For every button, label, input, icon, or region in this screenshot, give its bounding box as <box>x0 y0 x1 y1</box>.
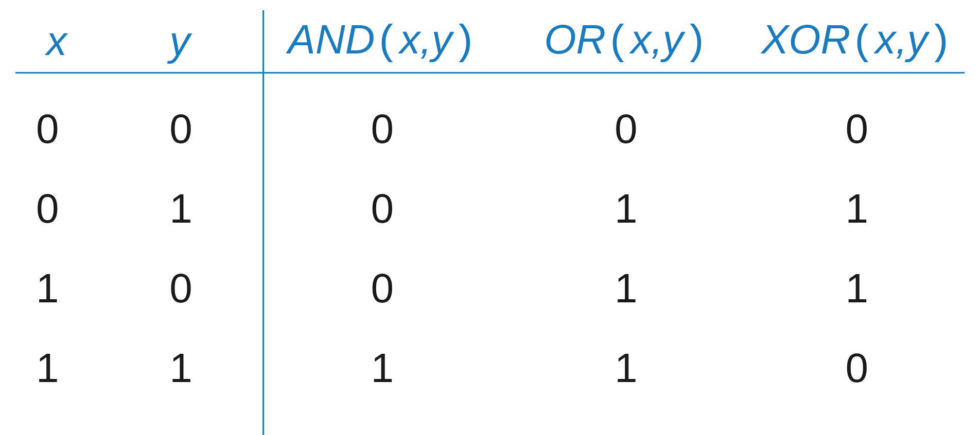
cell-and: 0 <box>262 188 503 229</box>
table-row: 1 1 1 1 0 <box>15 323 965 403</box>
table-row: 0 0 0 0 0 <box>15 84 965 164</box>
open-paren-icon: ( <box>375 19 399 66</box>
cell-y: 0 <box>149 268 261 309</box>
cell-y: 1 <box>149 348 261 389</box>
cell-and: 0 <box>262 108 503 150</box>
cell-x: 1 <box>15 348 149 389</box>
header-and: AND(x,y) <box>262 19 503 63</box>
horizontal-divider <box>15 72 965 74</box>
header-and-args: x,y <box>399 16 452 62</box>
cell-and: 0 <box>262 268 503 309</box>
header-y: y <box>149 21 261 62</box>
cell-or: 1 <box>503 348 749 389</box>
cell-xor: 0 <box>749 108 965 150</box>
cell-y: 0 <box>149 108 261 150</box>
header-and-fn: AND <box>288 16 375 62</box>
header-xor-args: x,y <box>875 16 927 62</box>
cell-y: 1 <box>149 188 261 229</box>
cell-x: 0 <box>15 108 149 150</box>
vertical-divider <box>262 10 264 435</box>
header-or-args: x,y <box>631 16 683 62</box>
cell-or: 0 <box>503 108 749 150</box>
cell-xor: 1 <box>749 188 965 229</box>
header-or: OR(x,y) <box>503 19 749 63</box>
header-x: x <box>15 21 149 62</box>
header-xor-fn: XOR <box>761 16 850 62</box>
cell-x: 0 <box>15 188 149 229</box>
table-row: 0 1 0 1 1 <box>15 164 965 243</box>
close-paren-icon: ) <box>683 19 708 66</box>
cell-or: 1 <box>503 188 749 229</box>
cell-and: 1 <box>262 348 503 389</box>
close-paren-icon: ) <box>928 19 953 66</box>
cell-or: 1 <box>503 268 749 309</box>
cell-x: 1 <box>15 268 149 309</box>
open-paren-icon: ( <box>850 19 875 66</box>
close-paren-icon: ) <box>452 19 477 66</box>
header-xor: XOR(x,y) <box>749 19 965 63</box>
header-or-fn: OR <box>544 16 606 62</box>
cell-xor: 0 <box>749 348 965 389</box>
open-paren-icon: ( <box>606 19 631 66</box>
cell-xor: 1 <box>749 268 965 309</box>
table-header-row: x y AND(x,y) OR(x,y) XOR(x,y) <box>15 10 965 67</box>
table-row: 1 0 0 1 1 <box>15 243 965 323</box>
truth-table: x y AND(x,y) OR(x,y) XOR(x,y) 0 0 0 0 0 … <box>15 10 965 403</box>
